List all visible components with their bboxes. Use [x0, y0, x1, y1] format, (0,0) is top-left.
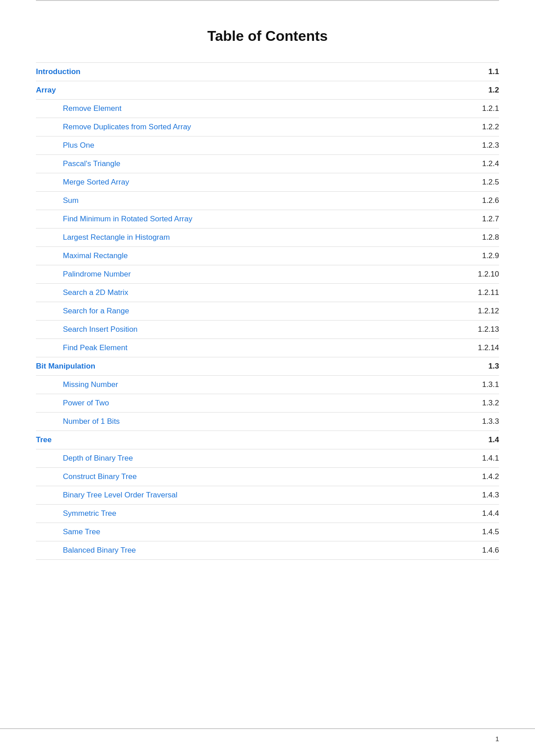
toc-item-label: Search for a Range — [36, 302, 444, 321]
toc-item-label: Sum — [36, 192, 444, 210]
toc-item-number: 1.2 — [444, 81, 499, 100]
toc-row[interactable]: Power of Two1.3.2 — [36, 394, 499, 413]
toc-table: Introduction1.1Array1.2Remove Element1.2… — [36, 62, 499, 560]
toc-item-number: 1.2.13 — [444, 321, 499, 339]
toc-row[interactable]: Sum1.2.6 — [36, 192, 499, 210]
toc-item-number: 1.2.5 — [444, 173, 499, 192]
top-border — [36, 0, 499, 1]
toc-row[interactable]: Remove Element1.2.1 — [36, 100, 499, 118]
toc-item-label: Plus One — [36, 136, 444, 155]
toc-item-label: Largest Rectangle in Histogram — [36, 229, 444, 247]
toc-row[interactable]: Bit Manipulation1.3 — [36, 357, 499, 376]
toc-item-number: 1.2.3 — [444, 136, 499, 155]
toc-row[interactable]: Same Tree1.4.5 — [36, 523, 499, 541]
toc-item-number: 1.2.12 — [444, 302, 499, 321]
toc-item-label: Remove Element — [36, 100, 444, 118]
toc-item-number: 1.2.11 — [444, 284, 499, 302]
toc-item-number: 1.2.14 — [444, 339, 499, 357]
toc-item-label: Palindrome Number — [36, 265, 444, 284]
toc-item-number: 1.4.5 — [444, 523, 499, 541]
toc-item-label: Search Insert Position — [36, 321, 444, 339]
toc-item-label: Array — [36, 81, 444, 100]
toc-item-number: 1.3.1 — [444, 376, 499, 394]
toc-item-label: Find Peak Element — [36, 339, 444, 357]
toc-item-number: 1.2.2 — [444, 118, 499, 136]
toc-item-number: 1.2.1 — [444, 100, 499, 118]
toc-row[interactable]: Depth of Binary Tree1.4.1 — [36, 449, 499, 468]
toc-item-label: Balanced Binary Tree — [36, 541, 444, 560]
toc-item-label: Find Minimum in Rotated Sorted Array — [36, 210, 444, 229]
toc-row[interactable]: Tree1.4 — [36, 431, 499, 449]
toc-item-label: Power of Two — [36, 394, 444, 413]
toc-item-label: Missing Number — [36, 376, 444, 394]
toc-item-label: Maximal Rectangle — [36, 247, 444, 265]
toc-item-label: Construct Binary Tree — [36, 468, 444, 486]
toc-item-number: 1.2.10 — [444, 265, 499, 284]
toc-row[interactable]: Array1.2 — [36, 81, 499, 100]
toc-item-number: 1.2.9 — [444, 247, 499, 265]
toc-row[interactable]: Symmetric Tree1.4.4 — [36, 505, 499, 523]
toc-item-label: Depth of Binary Tree — [36, 449, 444, 468]
toc-row[interactable]: Binary Tree Level Order Traversal1.4.3 — [36, 486, 499, 505]
page-container: Table of Contents Introduction1.1Array1.… — [0, 0, 535, 756]
toc-item-number: 1.4.3 — [444, 486, 499, 505]
toc-row[interactable]: Find Minimum in Rotated Sorted Array1.2.… — [36, 210, 499, 229]
toc-item-number: 1.4.4 — [444, 505, 499, 523]
toc-item-number: 1.3.3 — [444, 413, 499, 431]
toc-item-label: Merge Sorted Array — [36, 173, 444, 192]
toc-row[interactable]: Search Insert Position1.2.13 — [36, 321, 499, 339]
toc-item-label: Search a 2D Matrix — [36, 284, 444, 302]
toc-item-number: 1.3 — [444, 357, 499, 376]
toc-item-label: Tree — [36, 431, 444, 449]
toc-item-label: Binary Tree Level Order Traversal — [36, 486, 444, 505]
toc-row[interactable]: Construct Binary Tree1.4.2 — [36, 468, 499, 486]
toc-item-label: Same Tree — [36, 523, 444, 541]
toc-row[interactable]: Search for a Range1.2.12 — [36, 302, 499, 321]
toc-item-number: 1.4.6 — [444, 541, 499, 560]
toc-item-number: 1.1 — [444, 63, 499, 81]
toc-item-label: Introduction — [36, 63, 444, 81]
toc-item-number: 1.4.1 — [444, 449, 499, 468]
toc-item-number: 1.3.2 — [444, 394, 499, 413]
toc-row[interactable]: Find Peak Element1.2.14 — [36, 339, 499, 357]
bottom-border — [0, 728, 535, 729]
toc-item-label: Remove Duplicates from Sorted Array — [36, 118, 444, 136]
toc-row[interactable]: Number of 1 Bits1.3.3 — [36, 413, 499, 431]
toc-item-label: Bit Manipulation — [36, 357, 444, 376]
toc-row[interactable]: Missing Number1.3.1 — [36, 376, 499, 394]
toc-row[interactable]: Plus One1.2.3 — [36, 136, 499, 155]
toc-row[interactable]: Maximal Rectangle1.2.9 — [36, 247, 499, 265]
toc-item-number: 1.4.2 — [444, 468, 499, 486]
toc-row[interactable]: Merge Sorted Array1.2.5 — [36, 173, 499, 192]
toc-row[interactable]: Balanced Binary Tree1.4.6 — [36, 541, 499, 560]
toc-row[interactable]: Search a 2D Matrix1.2.11 — [36, 284, 499, 302]
toc-item-label: Pascal's Triangle — [36, 155, 444, 173]
toc-item-label: Symmetric Tree — [36, 505, 444, 523]
toc-item-number: 1.2.7 — [444, 210, 499, 229]
toc-row[interactable]: Largest Rectangle in Histogram1.2.8 — [36, 229, 499, 247]
toc-item-number: 1.2.8 — [444, 229, 499, 247]
toc-item-label: Number of 1 Bits — [36, 413, 444, 431]
toc-row[interactable]: Palindrome Number1.2.10 — [36, 265, 499, 284]
toc-item-number: 1.2.6 — [444, 192, 499, 210]
toc-row[interactable]: Introduction1.1 — [36, 63, 499, 81]
page-title: Table of Contents — [36, 28, 499, 44]
toc-item-number: 1.2.4 — [444, 155, 499, 173]
page-number: 1 — [495, 735, 499, 743]
toc-row[interactable]: Pascal's Triangle1.2.4 — [36, 155, 499, 173]
toc-row[interactable]: Remove Duplicates from Sorted Array1.2.2 — [36, 118, 499, 136]
toc-item-number: 1.4 — [444, 431, 499, 449]
